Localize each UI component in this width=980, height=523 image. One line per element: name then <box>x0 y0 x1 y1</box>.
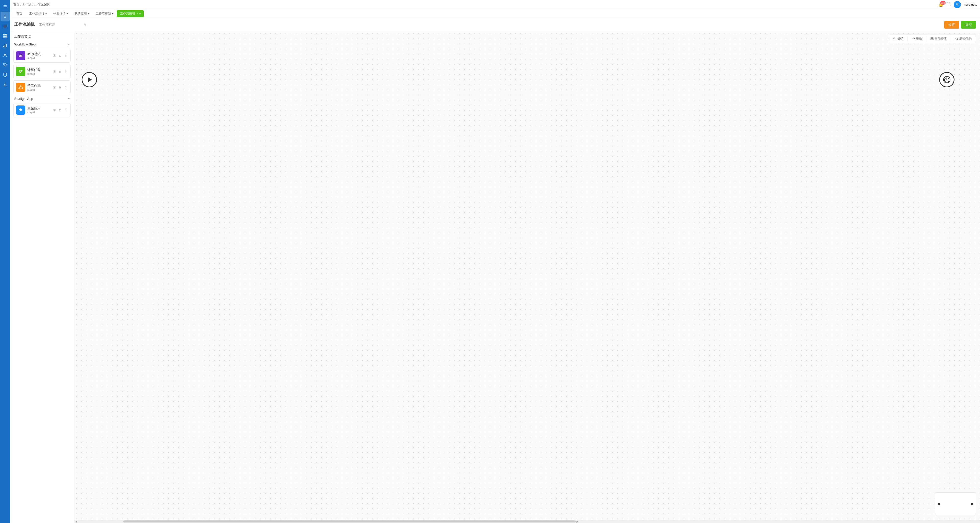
canvas-toolbar: 撤销 重做 自动排版 编辑代码 <box>889 34 976 43</box>
node-star-stepid: stepId <box>27 111 50 114</box>
node-calc-menu-btn[interactable]: ⋮ <box>63 69 68 74</box>
group-starlight-app[interactable]: Starlight App ▾ <box>10 95 74 102</box>
username[interactable]: nscc-gz... <box>964 3 977 6</box>
node-star-actions: ⓘ ⊞ ⋮ <box>52 108 68 112</box>
breadcrumb: 首页 / 工作流 / 工作流编辑 <box>13 2 50 6</box>
node-js-info: JS表达式 stepId <box>27 52 50 59</box>
svg-rect-22 <box>932 38 933 38</box>
node-starlight[interactable]: 星光应用 stepId ⓘ ⊞ ⋮ <box>13 103 71 117</box>
edit-pencil-icon[interactable]: ✎ <box>84 23 86 27</box>
node-star-name: 星光应用 <box>27 106 50 111</box>
tab-workflow-edit[interactable]: 工作流编辑 ✕ ▾ <box>117 10 144 18</box>
sidebar-shield-icon[interactable] <box>0 70 10 79</box>
page-content: 工作流编辑 ✎ 设置 提交 工作流节点 Workflow Step ▾ <box>10 18 980 523</box>
edit-code-button[interactable]: 编辑代码 <box>953 35 974 42</box>
workflow-title-input[interactable] <box>38 22 83 27</box>
group-workflow-step-arrow: ▾ <box>68 43 70 46</box>
workflow-header: 工作流编辑 ✎ 设置 提交 <box>10 18 980 31</box>
node-star-menu-btn[interactable]: ⋮ <box>63 108 68 112</box>
svg-rect-23 <box>931 39 932 40</box>
sidebar-home-icon[interactable]: ⌂ <box>0 12 10 21</box>
svg-rect-17 <box>21 56 22 57</box>
node-sub-workflow[interactable]: 子工作流 stepId ⓘ ⊞ ⋮ <box>13 80 71 94</box>
node-js-edit-btn[interactable]: ⊞ <box>58 53 62 58</box>
svg-rect-3 <box>3 34 5 35</box>
sidebar-grid-icon[interactable] <box>0 31 10 40</box>
sidebar-chart-icon[interactable] <box>0 41 10 50</box>
group-workflow-step-label: Workflow Step <box>14 42 36 46</box>
svg-rect-24 <box>932 39 933 40</box>
breadcrumb-home[interactable]: 首页 <box>13 2 19 6</box>
node-sub-menu-btn[interactable]: ⋮ <box>63 85 68 89</box>
fullscreen-icon[interactable]: ⛶ <box>947 2 951 7</box>
node-calc-info-btn[interactable]: ⓘ <box>52 69 57 74</box>
canvas-end-node[interactable] <box>939 72 955 87</box>
node-js-stepid: stepId <box>27 56 50 59</box>
main-container: 首页 / 工作流 / 工作流编辑 🔔 512 ⛶ 用 nscc-gz... 首页… <box>10 0 980 523</box>
canvas-area[interactable]: 撤销 重做 自动排版 编辑代码 <box>74 31 980 523</box>
minimap-dot-start <box>938 503 940 505</box>
auto-layout-button[interactable]: 自动排版 <box>928 35 949 42</box>
tab-arrow-my-apps: ▾ <box>88 12 89 15</box>
node-calc-actions: ⓘ ⊞ ⋮ <box>52 69 68 74</box>
node-sub-stepid: stepId <box>27 88 50 91</box>
node-js-actions: ⓘ ⊞ ⋮ <box>52 53 68 58</box>
tab-workflow-run[interactable]: 工作流运行 ▾ <box>26 10 50 18</box>
svg-point-10 <box>4 54 6 55</box>
notification-icon[interactable]: 🔔 512 <box>939 2 943 7</box>
tab-close-workflow-edit[interactable]: ✕ <box>136 12 138 15</box>
node-sub-info: 子工作流 stepId <box>27 83 50 91</box>
node-calc-stepid: stepId <box>27 72 50 75</box>
tab-home[interactable]: 首页 <box>13 10 25 18</box>
node-star-info-btn[interactable]: ⓘ <box>52 108 57 112</box>
group-starlight-app-arrow: ▾ <box>68 97 70 100</box>
node-star-info: 星光应用 stepId <box>27 106 50 114</box>
tab-arrow-workflow-edit: ▾ <box>139 12 141 15</box>
sidebar-people-icon[interactable] <box>0 51 10 60</box>
node-star-edit-btn[interactable]: ⊞ <box>58 108 62 112</box>
node-sub-icon <box>16 83 25 92</box>
sidebar: ☰ ⌂ <box>0 0 10 523</box>
node-calc-task[interactable]: 计算任务 stepId ⓘ ⊞ ⋮ <box>13 65 71 78</box>
tab-my-apps[interactable]: 我的应用 ▾ <box>72 10 92 18</box>
node-calc-edit-btn[interactable]: ⊞ <box>58 69 62 74</box>
redo-button[interactable]: 重做 <box>910 35 924 42</box>
node-star-icon <box>16 105 25 115</box>
tab-workflow-update[interactable]: 工作流更新 ▾ <box>93 10 116 18</box>
svg-point-11 <box>4 64 5 65</box>
editor-area: 工作流节点 Workflow Step ▾ JS <box>10 31 980 523</box>
node-js-expr[interactable]: JS JS表达式 stepId ⓘ ⊞ ⋮ <box>13 49 71 62</box>
canvas-scrollbar-x[interactable]: ◀ ▶ <box>74 520 980 523</box>
node-sub-edit-btn[interactable]: ⊞ <box>58 85 62 89</box>
group-workflow-step[interactable]: Workflow Step ▾ <box>10 41 74 48</box>
canvas-scrollbar-thumb[interactable] <box>123 520 576 523</box>
play-triangle-icon <box>88 77 92 82</box>
node-sub-info-btn[interactable]: ⓘ <box>52 85 57 89</box>
svg-rect-5 <box>3 36 5 38</box>
svg-rect-16 <box>21 56 22 56</box>
tab-job-details[interactable]: 作业详情 ▾ <box>50 10 71 18</box>
user-avatar[interactable]: 用 <box>954 1 961 8</box>
scroll-left-arrow[interactable]: ◀ <box>75 520 78 523</box>
node-js-menu-btn[interactable]: ⋮ <box>63 53 68 58</box>
tabbar: 首页 工作流运行 ▾ 作业详情 ▾ 我的应用 ▾ 工作流更新 ▾ 工作流编辑 ✕… <box>10 9 980 18</box>
submit-button[interactable]: 提交 <box>961 21 976 29</box>
notification-badge: 512 <box>940 1 945 5</box>
node-js-icon: JS <box>16 51 25 60</box>
node-calc-name: 计算任务 <box>27 68 50 72</box>
node-calc-info: 计算任务 stepId <box>27 68 50 75</box>
node-js-info-btn[interactable]: ⓘ <box>52 53 57 58</box>
nodes-panel-title: 工作流节点 <box>10 31 74 41</box>
node-js-name: JS表达式 <box>27 52 50 56</box>
sidebar-menu-icon[interactable]: ☰ <box>0 2 10 11</box>
sidebar-download-icon[interactable] <box>0 80 10 89</box>
undo-button[interactable]: 撤销 <box>891 35 905 42</box>
canvas-start-node[interactable] <box>82 72 97 87</box>
group-starlight-app-label: Starlight App <box>14 97 33 100</box>
scroll-right-arrow[interactable]: ▶ <box>576 520 579 523</box>
breadcrumb-workflow[interactable]: 工作流 <box>22 2 32 6</box>
topbar: 首页 / 工作流 / 工作流编辑 🔔 512 ⛶ 用 nscc-gz... <box>10 0 980 9</box>
sidebar-list-icon[interactable] <box>0 21 10 31</box>
sidebar-tag-icon[interactable] <box>0 60 10 69</box>
settings-button[interactable]: 设置 <box>944 21 959 29</box>
